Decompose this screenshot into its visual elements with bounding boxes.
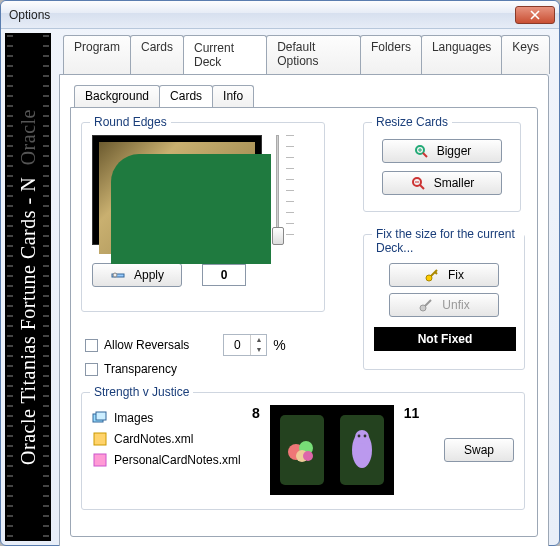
tab-program[interactable]: Program — [63, 35, 131, 74]
fix-status: Not Fixed — [374, 327, 516, 351]
svg-point-1 — [113, 273, 117, 277]
svg-rect-15 — [96, 412, 106, 420]
smaller-button[interactable]: Smaller — [382, 171, 502, 195]
bigger-button[interactable]: Bigger — [382, 139, 502, 163]
card-corner-preview — [92, 135, 262, 245]
resize-cards-title: Resize Cards — [372, 115, 452, 129]
main-tab-panel: Background Cards Info Round Edges — [59, 74, 549, 546]
zoom-in-icon — [413, 143, 429, 159]
apply-label: Apply — [134, 268, 164, 282]
sub-tab-panel: Round Edges — [70, 107, 538, 537]
main-tabs: Program Cards Current Deck Default Optio… — [63, 35, 549, 74]
fix-label: Fix — [448, 268, 464, 282]
svg-point-21 — [303, 451, 313, 461]
tab-current-deck[interactable]: Current Deck — [183, 35, 267, 74]
sidebar: Oracle Titanias Fortune Cards - N Oracle — [5, 33, 51, 541]
round-edges-slider[interactable] — [272, 135, 290, 245]
unfix-button[interactable]: Unfix — [389, 293, 499, 317]
zoom-out-icon — [410, 175, 426, 191]
tab-default-options[interactable]: Default Options — [266, 35, 361, 74]
cardnotes-item[interactable]: CardNotes.xml — [92, 431, 242, 447]
card-preview-8 — [274, 409, 330, 491]
tab-info[interactable]: Info — [212, 85, 254, 107]
tab-keys[interactable]: Keys — [501, 35, 550, 74]
options-window: Options Oracle Titanias Fortune Cards - … — [0, 0, 560, 546]
xml-file-pink-icon — [92, 452, 108, 468]
spinner-down-icon[interactable]: ▼ — [250, 345, 266, 355]
strength-justice-title: Strength v Justice — [90, 385, 193, 399]
tab-folders[interactable]: Folders — [360, 35, 422, 74]
left-card-number: 8 — [252, 405, 260, 421]
sidebar-title-shadow: Oracle — [17, 109, 39, 165]
swap-label: Swap — [464, 443, 494, 457]
reversals-spinner[interactable]: 0 ▲▼ — [223, 334, 267, 356]
sub-tabs: Background Cards Info — [74, 85, 538, 107]
bigger-label: Bigger — [437, 144, 472, 158]
transparency-checkbox[interactable] — [85, 363, 98, 376]
swap-button[interactable]: Swap — [444, 438, 514, 462]
allow-reversals-checkbox[interactable] — [85, 339, 98, 352]
images-folder-icon — [92, 410, 108, 426]
resize-cards-group: Resize Cards Bigger Smaller — [363, 122, 521, 212]
transparency-label: Transparency — [104, 362, 177, 376]
xml-file-icon — [92, 431, 108, 447]
sidebar-title: Oracle Titanias Fortune Cards - N — [17, 177, 39, 465]
key-disabled-icon — [418, 297, 434, 313]
svg-point-24 — [357, 435, 360, 438]
apply-button[interactable]: Apply — [92, 263, 182, 287]
tab-cards[interactable]: Cards — [130, 35, 184, 74]
round-edges-title: Round Edges — [90, 115, 171, 129]
svg-line-3 — [423, 153, 427, 157]
round-edges-group: Round Edges — [81, 122, 325, 312]
round-edges-value[interactable]: 0 — [202, 264, 246, 286]
card-preview-11 — [334, 409, 390, 491]
right-card-number: 11 — [404, 405, 420, 421]
svg-line-11 — [435, 272, 437, 274]
tab-languages[interactable]: Languages — [421, 35, 502, 74]
svg-rect-16 — [94, 433, 106, 445]
svg-point-25 — [363, 435, 366, 438]
tab-cards-sub[interactable]: Cards — [159, 85, 213, 107]
strength-justice-group: Strength v Justice Images — [81, 392, 525, 510]
close-button[interactable] — [515, 6, 555, 24]
spinner-up-icon[interactable]: ▲ — [250, 335, 266, 345]
tab-background[interactable]: Background — [74, 85, 160, 107]
fix-size-group: Fix the size for the current Deck... Fix — [363, 234, 525, 370]
fix-size-title: Fix the size for the current Deck... — [372, 227, 524, 255]
key-icon — [424, 267, 440, 283]
personal-notes-item[interactable]: PersonalCardNotes.xml — [92, 452, 242, 468]
svg-line-13 — [425, 300, 431, 306]
window-title: Options — [9, 8, 515, 22]
titlebar[interactable]: Options — [1, 1, 559, 29]
apply-icon — [110, 267, 126, 283]
percent-label: % — [273, 337, 285, 353]
svg-rect-17 — [94, 454, 106, 466]
fix-button[interactable]: Fix — [389, 263, 499, 287]
close-icon — [530, 10, 540, 20]
svg-point-23 — [355, 430, 369, 444]
svg-line-7 — [420, 185, 424, 189]
unfix-label: Unfix — [442, 298, 469, 312]
smaller-label: Smaller — [434, 176, 475, 190]
images-item[interactable]: Images — [92, 410, 242, 426]
allow-reversals-label: Allow Reversals — [104, 338, 189, 352]
